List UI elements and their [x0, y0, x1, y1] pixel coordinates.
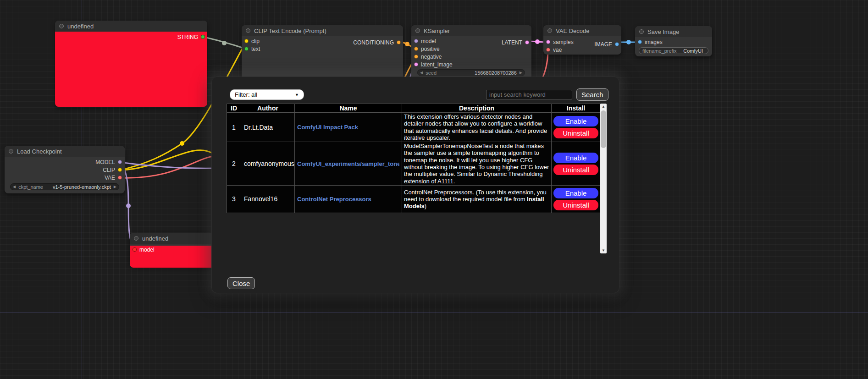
node-load-checkpoint[interactable]: Load Checkpoint MODEL CLIP VAE ◀ ckpt_na…	[5, 146, 125, 193]
input-label: samples	[553, 39, 574, 45]
enable-button[interactable]: Enable	[553, 153, 598, 163]
collapse-dot-icon[interactable]	[639, 29, 644, 34]
widget-value: 156680208700286	[475, 70, 517, 76]
widget-value: v1-5-pruned-emaonly.ckpt	[53, 184, 111, 190]
output-slot-string[interactable]	[201, 35, 205, 39]
input-slot-samples[interactable]	[546, 40, 550, 44]
node-save-image[interactable]: Save Image images filename_prefix ComfyU…	[635, 26, 712, 56]
node-undefined-model[interactable]: undefined model	[130, 233, 217, 266]
node-title: Save Image	[647, 28, 679, 35]
ext-author: comfyanonymous	[241, 142, 295, 186]
wire-dot-string	[222, 41, 227, 45]
extension-link[interactable]: ControlNet Preprocessors	[297, 196, 399, 203]
dropdown-arrow-icon: ▼	[295, 93, 299, 97]
ext-author: Fannovel16	[241, 185, 295, 213]
input-slot-negative[interactable]	[414, 55, 418, 59]
node-title-bar[interactable]: VAE Decode	[543, 25, 621, 36]
node-body-error: STRING	[55, 32, 207, 107]
decrement-icon[interactable]: ◀	[13, 185, 16, 189]
scrollbar-thumb[interactable]	[601, 110, 606, 148]
input-label: text	[251, 46, 260, 52]
seed-widget[interactable]: ◀ seed 156680208700286 ▶	[417, 69, 525, 76]
decrement-icon[interactable]: ◀	[420, 71, 423, 75]
node-title-bar[interactable]: CLIP Text Encode (Prompt)	[242, 25, 403, 36]
table-row: 2 comfyanonymous ComfyUI_experiments/sam…	[227, 142, 601, 186]
uninstall-button[interactable]: Uninstall	[553, 200, 598, 210]
output-label: CLIP	[103, 167, 115, 173]
collapse-dot-icon[interactable]	[59, 24, 64, 28]
widget-label: ckpt_name	[18, 184, 43, 190]
input-slot-model[interactable]	[133, 247, 137, 252]
output-label: CONDITIONING	[353, 39, 394, 46]
output-slot-latent[interactable]	[525, 40, 529, 44]
node-title: undefined	[67, 23, 94, 30]
input-slot-text[interactable]	[244, 47, 249, 51]
input-label: latent_image	[421, 61, 453, 68]
node-title: Load Checkpoint	[17, 148, 62, 155]
extension-link[interactable]: ComfyUI_experiments/sampler_tonemap	[297, 160, 399, 167]
output-slot-image[interactable]	[615, 42, 619, 46]
input-slot-model[interactable]	[414, 39, 418, 43]
uninstall-button[interactable]: Uninstall	[553, 165, 598, 175]
search-input[interactable]	[486, 90, 572, 99]
input-slot-images[interactable]	[638, 40, 642, 44]
node-title-bar[interactable]: undefined	[55, 21, 207, 32]
input-slot-positive[interactable]	[414, 47, 418, 51]
scroll-up-icon[interactable]: ▲	[600, 104, 607, 110]
output-label: MODEL	[95, 159, 115, 165]
widget-label: seed	[426, 70, 437, 76]
input-label: positive	[421, 46, 440, 52]
node-ksampler[interactable]: KSampler model positive negative latent_…	[411, 25, 531, 79]
node-undefined-string[interactable]: undefined STRING	[55, 21, 207, 107]
collapse-dot-icon[interactable]	[246, 28, 250, 33]
scrollbar-track[interactable]: ▲ ▼	[600, 104, 607, 253]
collapse-dot-icon[interactable]	[415, 28, 420, 33]
input-label: model	[421, 38, 436, 44]
uninstall-button[interactable]: Uninstall	[553, 128, 598, 138]
input-label: model	[139, 247, 155, 253]
input-slot-latent-image[interactable]	[414, 62, 418, 66]
input-label: images	[645, 39, 663, 45]
search-button[interactable]: Search	[576, 88, 608, 101]
enable-button[interactable]: Enable	[553, 116, 598, 126]
output-slot-clip[interactable]	[118, 168, 122, 172]
input-slot-clip[interactable]	[244, 39, 249, 43]
ext-description: This extension offers various detector n…	[402, 113, 552, 142]
enable-button[interactable]: Enable	[553, 188, 598, 198]
output-slot-vae[interactable]	[118, 176, 122, 180]
node-title-bar[interactable]: KSampler	[411, 25, 531, 36]
ext-id: 2	[227, 142, 241, 186]
collapse-dot-icon[interactable]	[547, 28, 552, 33]
node-vae-decode[interactable]: VAE Decode samples vae IMAGE	[543, 25, 621, 55]
filter-select[interactable]: Filter: all ▼	[230, 89, 304, 100]
collapse-dot-icon[interactable]	[9, 149, 13, 154]
filename-prefix-widget[interactable]: filename_prefix ComfyUI	[639, 47, 708, 54]
increment-icon[interactable]: ▶	[520, 71, 522, 75]
wire-dot-latent	[535, 39, 540, 44]
wire-dot-model	[126, 203, 131, 208]
close-button[interactable]: Close	[227, 277, 255, 289]
extension-link[interactable]: ComfyUI Impact Pack	[297, 124, 399, 131]
table-row: 3 Fannovel16 ControlNet Preprocessors Co…	[227, 185, 601, 213]
output-label: STRING	[177, 34, 198, 40]
node-title-bar[interactable]: undefined	[130, 233, 217, 244]
ext-id: 1	[227, 113, 241, 142]
extension-table: ID Author Name Description Install 1 Dr.…	[227, 104, 601, 213]
output-label: VAE	[105, 175, 115, 181]
output-label: IMAGE	[594, 41, 612, 48]
node-title-bar[interactable]: Load Checkpoint	[5, 146, 125, 157]
ckpt-name-widget[interactable]: ◀ ckpt_name v1-5-pruned-emaonly.ckpt ▶	[10, 183, 119, 190]
input-slot-vae[interactable]	[546, 48, 550, 52]
node-title-bar[interactable]: Save Image	[635, 26, 712, 37]
header-description: Description	[402, 104, 552, 113]
output-slot-conditioning[interactable]	[397, 40, 401, 44]
increment-icon[interactable]: ▶	[114, 185, 116, 189]
header-name: Name	[295, 104, 402, 113]
output-slot-model[interactable]	[118, 160, 122, 164]
extension-manager-dialog: Filter: all ▼ Search ID Author Name Desc…	[211, 77, 619, 293]
widget-value: ComfyUI	[683, 48, 703, 54]
header-id: ID	[227, 104, 241, 113]
scroll-down-icon[interactable]: ▼	[600, 247, 607, 253]
collapse-dot-icon[interactable]	[134, 236, 138, 241]
ext-author: Dr.Lt.Data	[241, 113, 295, 142]
